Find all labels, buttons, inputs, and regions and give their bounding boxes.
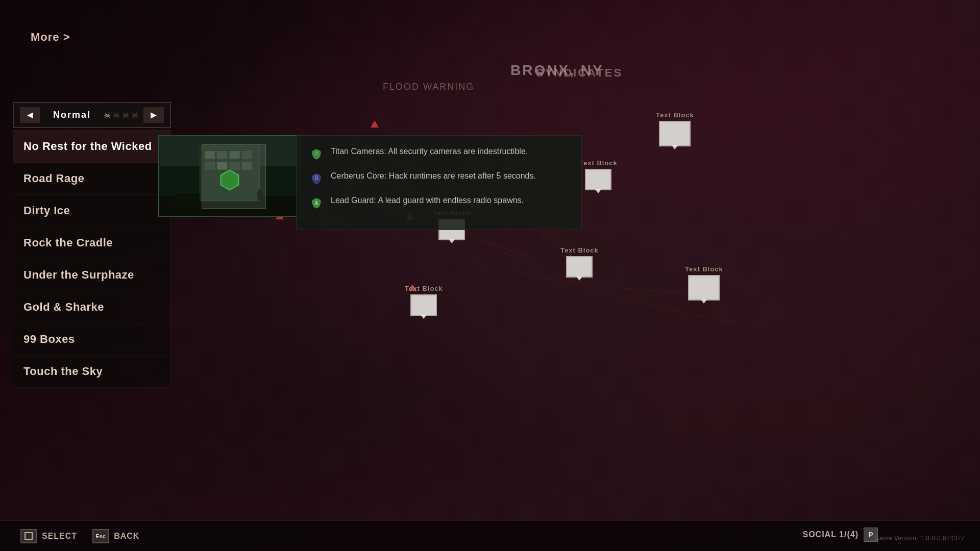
svg-rect-9	[217, 162, 228, 170]
mission-item-1[interactable]: No Rest for the Wicked	[13, 131, 170, 163]
building-svg	[159, 136, 300, 216]
syndicates-label: SYNDICATES	[536, 66, 623, 80]
text-block-2: Text Block	[579, 159, 618, 190]
difficulty-prev-button[interactable]: ◄	[20, 107, 40, 123]
text-block-5: Text Block	[405, 285, 443, 316]
modifier-3: Lead Guard: A lead guard with endless ra…	[309, 195, 569, 210]
skull-icons: ☠ ☠ ☠ ☠	[104, 110, 138, 120]
svg-rect-1	[160, 136, 300, 166]
cerberus-icon	[309, 171, 324, 186]
mission-item-6[interactable]: Gold & Sharke	[13, 291, 170, 323]
more-link[interactable]: More >	[31, 31, 70, 43]
info-panel: Titan Cameras: All security cameras are …	[296, 135, 582, 230]
social-info: SOCIAL 1/(4) P	[803, 528, 878, 542]
select-label: SELECT	[42, 532, 77, 541]
svg-rect-14	[175, 193, 200, 203]
square-button-icon	[24, 532, 33, 541]
mission-item-3[interactable]: Dirty Ice	[13, 195, 170, 227]
svg-rect-4	[205, 151, 215, 159]
select-control: SELECT	[20, 529, 77, 543]
svg-rect-19	[25, 533, 32, 540]
mission-item-4[interactable]: Rock the Cradle	[13, 227, 170, 259]
svg-rect-7	[242, 151, 252, 159]
svg-marker-13	[223, 173, 236, 187]
back-label: BACK	[114, 532, 139, 541]
preview-building	[159, 136, 300, 216]
svg-rect-3	[200, 146, 260, 201]
mission-preview	[158, 135, 301, 217]
mission-list: No Rest for the Wicked Road Rage Dirty I…	[13, 130, 171, 388]
lead-guard-icon	[309, 196, 324, 210]
difficulty-next-button[interactable]: ►	[143, 107, 164, 123]
modifier-2: Cerberus Core: Hack runtimes are reset a…	[309, 170, 569, 186]
top-nav: More >	[31, 31, 70, 44]
back-control: Esc BACK	[92, 529, 139, 543]
svg-rect-10	[230, 162, 240, 170]
text-block-4: Text Block	[560, 246, 599, 278]
social-text: SOCIAL 1/(4)	[803, 530, 859, 539]
svg-rect-6	[230, 151, 240, 159]
svg-rect-8	[205, 162, 215, 170]
difficulty-selector: ◄ Normal ☠ ☠ ☠ ☠ ►	[13, 102, 171, 128]
text-block-1: Text Block	[656, 111, 694, 146]
select-key-icon	[20, 529, 37, 543]
titan-camera-icon	[309, 147, 324, 161]
flood-warning-label: FLOOD WARNING	[383, 82, 474, 92]
svg-rect-5	[217, 151, 228, 159]
skull-1: ☠	[104, 110, 111, 120]
svg-point-16	[315, 152, 318, 155]
modifier-1: Titan Cameras: All security cameras are …	[309, 146, 569, 161]
modifier-1-text: Titan Cameras: All security cameras are …	[331, 146, 528, 157]
bottom-bar: SELECT Esc BACK SOCIAL 1/(4) P Game Vers…	[0, 520, 980, 551]
svg-point-15	[257, 189, 262, 201]
back-key-icon: Esc	[92, 529, 109, 543]
left-panel: ◄ Normal ☠ ☠ ☠ ☠ ► No Rest for the Wicke…	[13, 102, 171, 388]
map-marker-1	[371, 120, 379, 128]
mission-item-2[interactable]: Road Rage	[13, 163, 170, 195]
version-text: Game Version: 1.0.0.0.624377	[874, 535, 965, 542]
svg-point-18	[315, 201, 317, 203]
skull-4: ☠	[131, 110, 138, 120]
skull-2: ☠	[113, 110, 120, 120]
difficulty-label: Normal	[45, 110, 99, 120]
svg-rect-11	[242, 162, 252, 170]
svg-marker-12	[220, 170, 238, 190]
modifier-2-text: Cerberus Core: Hack runtimes are reset a…	[331, 170, 536, 182]
mission-item-7[interactable]: 99 Boxes	[13, 323, 170, 356]
mission-item-5[interactable]: Under the Surphaze	[13, 259, 170, 291]
mission-item-8[interactable]: Touch the Sky	[13, 356, 170, 388]
skull-3: ☠	[122, 110, 129, 120]
text-block-6: Text Block	[685, 265, 723, 300]
modifier-3-text: Lead Guard: A lead guard with endless ra…	[331, 195, 524, 206]
